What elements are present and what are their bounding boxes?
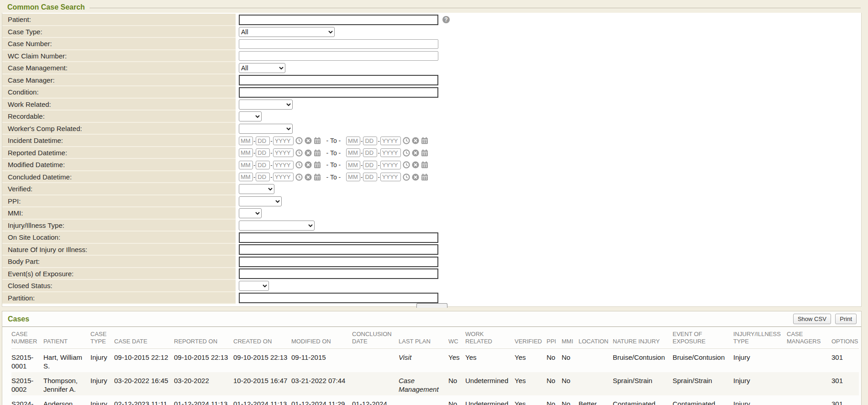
case-management-select[interactable]: All <box>239 63 285 73</box>
field-control-reported-datetime: -- - To - -- <box>236 147 428 159</box>
concluded-datetime-from-year-input[interactable] <box>273 173 294 181</box>
clear-icon[interactable] <box>305 174 312 181</box>
calendar-icon[interactable] <box>421 137 428 144</box>
options-link[interactable]: 301 <box>831 395 859 405</box>
clear-icon[interactable] <box>412 161 419 168</box>
case-type-select[interactable]: All <box>239 27 335 37</box>
date-separator: - <box>378 149 379 156</box>
print-button[interactable]: Print <box>835 314 857 324</box>
case-manager-input[interactable] <box>239 75 438 85</box>
field-control-modified-datetime: -- - To - -- <box>236 159 428 171</box>
ppi-select[interactable] <box>239 196 282 206</box>
wc-claim-number-input[interactable] <box>239 51 438 61</box>
closed-status-select[interactable] <box>239 281 269 291</box>
options-link[interactable]: 301 <box>831 349 859 373</box>
incident-datetime-from-day-input[interactable] <box>256 137 270 145</box>
concluded-datetime-to-year-input[interactable] <box>380 173 401 181</box>
case-number-input[interactable] <box>239 39 438 49</box>
modified-datetime-from-day-input[interactable] <box>256 161 270 169</box>
reported-datetime-from-year-input[interactable] <box>273 148 294 157</box>
reported-datetime-from-day-input[interactable] <box>256 148 270 157</box>
column-header-patient: PATIENT <box>43 327 90 349</box>
modified-datetime-from-month-input[interactable] <box>239 161 253 169</box>
condition-input[interactable] <box>239 87 438 98</box>
field-control-case-management: All <box>236 62 285 74</box>
incident-datetime-from-month-input[interactable] <box>239 137 253 145</box>
clear-icon[interactable] <box>412 137 419 144</box>
column-header-location: LOCATION <box>579 327 613 349</box>
calendar-icon[interactable] <box>314 174 321 181</box>
workers-comp-related-select[interactable] <box>239 124 293 134</box>
incident-datetime-to-day-input[interactable] <box>363 137 377 145</box>
modified-datetime-from-year-input[interactable] <box>273 161 294 169</box>
calendar-icon[interactable] <box>314 149 321 157</box>
field-control-recordable <box>236 110 262 123</box>
search-button-partial[interactable] <box>416 303 447 308</box>
clock-icon[interactable] <box>295 137 303 144</box>
calendar-icon[interactable] <box>421 174 428 181</box>
clock-icon[interactable] <box>403 161 410 168</box>
reported-datetime-to-day-input[interactable] <box>363 148 377 157</box>
recordable-select[interactable] <box>239 111 262 121</box>
modified-datetime-to-year-input[interactable] <box>380 161 401 169</box>
clear-icon[interactable] <box>412 149 419 157</box>
work-related-select[interactable] <box>239 100 293 110</box>
verified-select[interactable] <box>239 184 274 194</box>
patient-input[interactable] <box>239 15 438 25</box>
clock-icon[interactable] <box>403 174 410 181</box>
date-separator: - <box>253 149 255 156</box>
concluded-datetime-to-day-input[interactable] <box>363 173 377 181</box>
partition-input[interactable] <box>239 293 438 303</box>
column-header-created-on: CREATED ON <box>233 327 291 349</box>
case-search-page: Common Case Search Patient:?Case Type:Al… <box>0 0 868 405</box>
modified-datetime-to-month-input[interactable] <box>346 161 360 169</box>
clear-icon[interactable] <box>305 149 312 157</box>
help-icon[interactable]: ? <box>442 16 450 23</box>
table-cell <box>787 372 831 395</box>
calendar-icon[interactable] <box>421 161 428 168</box>
calendar-icon[interactable] <box>314 161 321 168</box>
date-separator: - <box>378 162 379 168</box>
concluded-datetime-from-day-input[interactable] <box>256 173 270 181</box>
clock-icon[interactable] <box>295 161 303 168</box>
nature-of-injury-or-illness-input[interactable] <box>239 244 438 255</box>
clear-icon[interactable] <box>412 174 419 181</box>
clear-icon[interactable] <box>305 161 312 168</box>
events-of-exposure-input[interactable] <box>239 268 438 279</box>
body-part-input[interactable] <box>239 257 438 267</box>
reported-datetime-to-month-input[interactable] <box>346 148 360 157</box>
clock-icon[interactable] <box>295 149 303 157</box>
concluded-datetime-to-month-input[interactable] <box>346 173 360 181</box>
table-cell: Undetermined <box>465 395 515 405</box>
field-control-workers-comp-related <box>236 123 293 135</box>
column-header-ppi: PPI <box>547 327 562 349</box>
mmi-select[interactable] <box>239 208 262 218</box>
reported-datetime-from-month-input[interactable] <box>239 148 253 157</box>
clock-icon[interactable] <box>403 149 410 157</box>
calendar-icon[interactable] <box>421 149 428 157</box>
on-site-location-input[interactable] <box>239 232 438 243</box>
concluded-datetime-from-month-input[interactable] <box>239 173 253 181</box>
clear-icon[interactable] <box>305 137 312 144</box>
table-cell: 09-10-2015 22:13 <box>233 349 291 373</box>
form-row-injury-illness-type: Injury/Illness Type: <box>2 220 861 232</box>
table-row[interactable]: S2015-0001Hart, William S.Injury09-10-20… <box>11 349 859 373</box>
table-row[interactable]: S2024-0001Anderson, FrederickInjury NO02… <box>11 395 859 405</box>
date-separator: - <box>361 162 363 168</box>
table-cell: No <box>562 395 579 405</box>
clock-icon[interactable] <box>295 174 303 181</box>
field-label-incident-datetime: Incident Datetime: <box>2 135 236 147</box>
show-csv-button[interactable]: Show CSV <box>793 314 831 324</box>
modified-datetime-to-day-input[interactable] <box>363 161 377 169</box>
clock-icon[interactable] <box>403 137 410 144</box>
incident-datetime-to-year-input[interactable] <box>380 137 401 145</box>
reported-datetime-to-year-input[interactable] <box>380 148 401 157</box>
options-link[interactable]: 301 <box>831 372 859 395</box>
incident-datetime-to-month-input[interactable] <box>346 137 360 145</box>
table-row[interactable]: S2015-0002Thompson, Jennifer A.Injury03-… <box>11 372 859 395</box>
injury-illness-type-select[interactable] <box>239 221 315 231</box>
calendar-icon[interactable] <box>314 137 321 144</box>
table-cell: S2024-0001 <box>11 395 43 405</box>
column-header-case-date: CASE DATE <box>114 327 174 349</box>
incident-datetime-from-year-input[interactable] <box>273 137 294 145</box>
